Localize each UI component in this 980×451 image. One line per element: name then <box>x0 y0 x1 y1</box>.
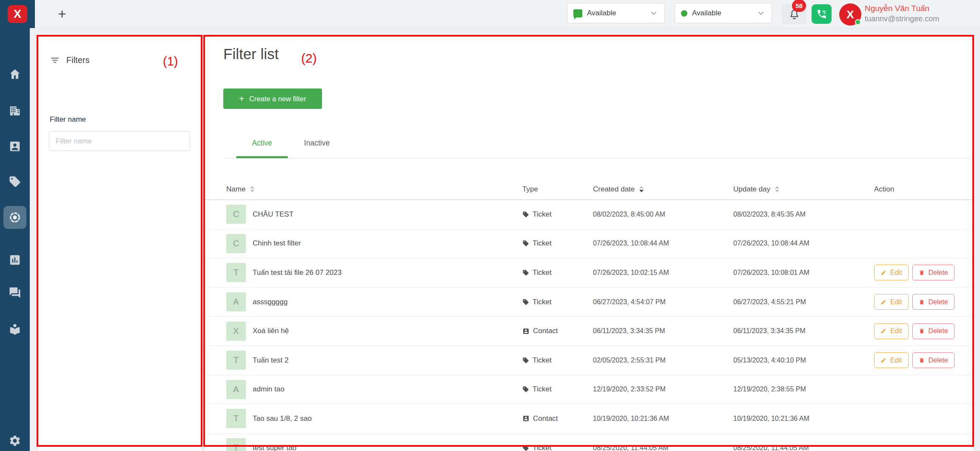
tag-type-icon <box>522 211 529 218</box>
table-row: TTao sau 1/8, 2 saoContact10/19/2020, 10… <box>205 404 973 434</box>
sidebar-item-library[interactable] <box>9 323 21 336</box>
filters-panel: Filters Filter name <box>38 36 201 451</box>
app-logo[interactable]: X <box>0 0 35 28</box>
sidebar-item-company[interactable] <box>9 104 21 117</box>
filter-type-label: Contact <box>533 327 558 335</box>
row-avatar: X <box>226 322 246 341</box>
create-new-filter-button[interactable]: + Create a new filter <box>223 88 322 109</box>
sidebar-item-home[interactable] <box>9 68 21 80</box>
sort-carets-icon[interactable] <box>250 186 254 192</box>
filter-name: Tuấn test 2 <box>253 356 288 365</box>
row-avatar: C <box>226 234 246 253</box>
table-header-row: NameTypeCreated dateUpdate dayAction <box>205 179 973 200</box>
pencil-icon <box>880 357 886 363</box>
user-avatar[interactable]: X <box>839 3 861 26</box>
row-avatar: T <box>226 438 246 451</box>
filter-tabs: Active Inactive <box>223 132 971 158</box>
sidebar-item-chart[interactable] <box>9 254 21 266</box>
sidebar-item-settings[interactable] <box>9 434 21 447</box>
updated-date: 07/26/2023, 10:08:44 AM <box>733 240 874 247</box>
column-header-action: Action <box>874 185 973 194</box>
edit-label: Edit <box>890 269 902 277</box>
topbar: X + Available Available 58 X Nguyễn Văn … <box>0 0 980 28</box>
row-avatar: T <box>226 409 246 428</box>
sidebar-item-filter-status[interactable] <box>3 206 26 229</box>
column-header-update-day[interactable]: Update day <box>733 185 874 194</box>
updated-date: 06/27/2023, 4:55:21 PM <box>733 298 874 306</box>
created-date: 06/27/2023, 4:54:07 PM <box>593 298 733 306</box>
sort-carets-icon[interactable] <box>775 186 779 192</box>
filter-name: Tuấn test tải file 26 07 2023 <box>253 268 342 277</box>
call-status-dropdown[interactable]: Available <box>675 3 772 23</box>
sidebar-item-contacts[interactable] <box>9 140 21 153</box>
created-date: 06/11/2023, 3:34:35 PM <box>593 327 733 335</box>
column-header-type: Type <box>522 185 593 194</box>
filter-table: NameTypeCreated dateUpdate dayAction CCH… <box>205 179 973 451</box>
filter-type: Ticket <box>522 298 593 306</box>
chat-icon <box>9 286 21 299</box>
updated-date: 06/11/2023, 3:34:35 PM <box>733 327 874 335</box>
filter-name: Chinh test filter <box>253 239 301 248</box>
filter-status-icon <box>9 211 21 224</box>
delete-button[interactable]: Delete <box>912 323 954 339</box>
filters-panel-title: Filters <box>66 55 89 65</box>
tag-type-icon <box>522 357 529 364</box>
user-name[interactable]: Nguyễn Văn Tuấn <box>865 4 929 13</box>
row-avatar: C <box>226 205 246 224</box>
chat-status-dropdown[interactable]: Available <box>567 3 665 23</box>
column-header-name[interactable]: Name <box>226 185 522 194</box>
created-date: 07/26/2023, 10:02:15 AM <box>593 269 733 277</box>
edit-label: Edit <box>890 357 902 364</box>
created-date: 02/05/2023, 2:55:31 PM <box>593 357 733 364</box>
contact-type-icon <box>522 328 530 335</box>
chart-icon <box>9 254 21 266</box>
filter-type-label: Contact <box>533 414 558 423</box>
table-row: TTuấn test tải file 26 07 2023Ticket07/2… <box>205 258 973 288</box>
stringee-logo-icon: X <box>8 5 27 23</box>
phone-icon <box>816 9 827 20</box>
delete-button[interactable]: Delete <box>912 265 954 280</box>
contact-type-icon <box>522 415 530 422</box>
filter-type: Ticket <box>522 210 593 219</box>
delete-button[interactable]: Delete <box>912 294 954 310</box>
tab-active[interactable]: Active <box>236 139 288 148</box>
edit-label: Edit <box>890 327 902 335</box>
updated-date: 07/26/2023, 10:08:01 AM <box>733 269 874 277</box>
column-header-label: Update day <box>733 185 770 194</box>
create-new-filter-label: Create a new filter <box>249 95 306 103</box>
column-header-created-date[interactable]: Created date <box>593 185 733 194</box>
trash-icon <box>919 328 925 334</box>
filter-name-input[interactable] <box>49 131 190 151</box>
filter-type-label: Ticket <box>533 385 552 394</box>
filter-type-label: Ticket <box>533 268 552 277</box>
trash-icon <box>919 270 925 276</box>
call-button[interactable] <box>812 4 832 24</box>
edit-button[interactable]: Edit <box>874 352 909 368</box>
created-date: 08/25/2020, 11:44:05 AM <box>593 444 733 451</box>
edit-button[interactable]: Edit <box>874 294 909 310</box>
filter-type-label: Ticket <box>533 239 552 248</box>
filter-name: CHÂU TEST <box>253 210 293 219</box>
edit-button[interactable]: Edit <box>874 323 909 339</box>
edit-button[interactable]: Edit <box>874 265 909 280</box>
delete-button[interactable]: Delete <box>912 352 954 368</box>
updated-date: 08/02/2023, 8:45:35 AM <box>733 211 874 218</box>
action-cell: EditDelete <box>874 323 973 339</box>
filter-name: Tao sau 1/8, 2 sao <box>253 414 312 423</box>
edit-label: Edit <box>890 298 902 306</box>
tab-inactive[interactable]: Inactive <box>291 139 342 148</box>
new-tab-button[interactable]: + <box>53 4 71 23</box>
table-row: TTuấn test 2Ticket02/05/2023, 2:55:31 PM… <box>205 346 973 375</box>
column-header-label: Name <box>226 185 245 194</box>
action-cell: EditDelete <box>874 265 973 280</box>
delete-label: Delete <box>929 327 948 335</box>
chat-status-icon <box>573 9 582 17</box>
filter-type: Contact <box>522 414 593 423</box>
sidebar-item-chat[interactable] <box>9 286 21 299</box>
sidebar-item-tag[interactable] <box>9 175 21 188</box>
updated-date: 12/19/2020, 2:38:55 PM <box>733 385 874 393</box>
chevron-down-icon <box>649 9 658 18</box>
company-icon <box>9 104 21 117</box>
filter-name: admin tao <box>253 385 285 394</box>
sort-carets-icon[interactable] <box>639 186 644 192</box>
